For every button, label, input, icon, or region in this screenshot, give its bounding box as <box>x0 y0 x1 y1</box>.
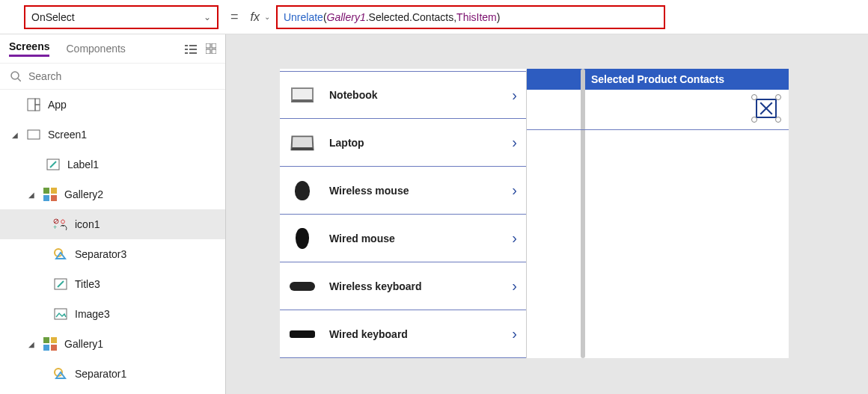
selection-handles[interactable] <box>751 94 781 123</box>
product-item[interactable]: Wired mouse › <box>280 215 526 262</box>
tree-title3[interactable]: Title3 <box>0 269 225 299</box>
grid-view-icon[interactable] <box>206 43 216 54</box>
svg-rect-18 <box>51 188 57 194</box>
gallery-icon <box>42 337 58 351</box>
svg-rect-9 <box>212 49 216 54</box>
tree-gallery1[interactable]: ◢ Gallery1 <box>0 329 225 359</box>
search-row <box>0 63 225 90</box>
chevron-down-icon: ⌄ <box>264 13 270 21</box>
tree-label: Separator3 <box>75 248 126 260</box>
collapse-icon[interactable]: ◢ <box>27 340 36 348</box>
product-thumb <box>289 228 316 249</box>
tree-separator3[interactable]: Separator3 <box>0 239 225 269</box>
svg-rect-6 <box>206 43 210 48</box>
svg-line-22 <box>55 220 58 223</box>
svg-rect-2 <box>185 49 188 50</box>
screen-icon <box>25 129 42 140</box>
product-thumb <box>289 324 316 345</box>
svg-rect-17 <box>43 188 49 194</box>
svg-rect-19 <box>43 195 49 201</box>
collapse-icon[interactable]: ◢ <box>27 191 36 199</box>
svg-rect-12 <box>28 99 35 111</box>
product-thumb <box>289 84 316 105</box>
product-item[interactable]: Wireless keyboard › <box>280 262 526 310</box>
tree-label: Image3 <box>75 308 110 320</box>
tree-label: Separator1 <box>75 368 126 380</box>
canvas[interactable]: Notebook › Laptop › Wireless mouse › <box>226 34 868 394</box>
tree-label: Screen1 <box>48 129 87 141</box>
chevron-right-icon[interactable]: › <box>512 277 517 295</box>
chevron-right-icon[interactable]: › <box>512 87 517 104</box>
svg-rect-1 <box>189 45 197 46</box>
tree-screen1[interactable]: ◢ Screen1 <box>0 120 225 150</box>
panel-tabs: Screens Components <box>0 34 225 63</box>
product-name: Wireless mouse <box>329 185 498 197</box>
svg-rect-4 <box>185 52 188 54</box>
svg-point-10 <box>11 72 19 79</box>
separator-icon <box>52 248 69 260</box>
svg-rect-3 <box>189 49 197 50</box>
product-name: Wired keyboard <box>329 328 498 340</box>
svg-rect-29 <box>43 345 49 351</box>
product-item[interactable]: Laptop › <box>280 119 526 167</box>
collapse-icon[interactable]: ◢ <box>10 131 19 139</box>
product-thumb <box>289 132 316 153</box>
svg-rect-5 <box>189 52 197 54</box>
contacts-header: Selected Product Contacts <box>527 69 789 90</box>
tree-label: Gallery1 <box>64 338 103 350</box>
product-name: Laptop <box>329 137 498 149</box>
tree-app[interactable]: App <box>0 90 225 120</box>
product-thumb <box>289 276 316 297</box>
contacts-pane: Selected Product Contacts <box>527 69 789 358</box>
tab-screens[interactable]: Screens <box>9 40 49 57</box>
product-name: Wired mouse <box>329 233 498 244</box>
svg-rect-8 <box>206 49 210 54</box>
tree-image3[interactable]: Image3 <box>0 299 225 329</box>
svg-rect-0 <box>185 45 188 46</box>
tree-view-icon[interactable] <box>185 43 197 54</box>
svg-rect-27 <box>43 337 49 343</box>
label-icon <box>45 158 61 170</box>
formula-input[interactable]: Unrelate ( Gallery1 .Selected.Contacts, … <box>276 5 665 29</box>
formula-bar: OnSelect ⌄ = fx ⌄ Unrelate ( Gallery1 .S… <box>0 0 868 34</box>
product-gallery[interactable]: Notebook › Laptop › Wireless mouse › <box>280 69 527 358</box>
fx-toggle[interactable]: fx ⌄ <box>251 10 270 24</box>
contact-item[interactable] <box>527 90 789 130</box>
tab-components[interactable]: Components <box>66 43 125 55</box>
equals-label: = <box>230 9 239 25</box>
tree-label: Gallery2 <box>64 188 103 200</box>
tree-label1[interactable]: Label1 <box>0 150 225 179</box>
gallery-icon <box>42 188 58 201</box>
product-item[interactable]: Wireless mouse › <box>280 167 526 215</box>
property-selector[interactable]: OnSelect ⌄ <box>24 5 218 29</box>
svg-text:+: + <box>53 224 57 230</box>
fx-icon: fx <box>251 10 260 24</box>
search-input[interactable] <box>28 70 215 82</box>
separator-icon <box>52 368 69 380</box>
chevron-right-icon[interactable]: › <box>512 325 517 342</box>
tree-separator1[interactable]: Separator1 <box>0 359 225 389</box>
svg-rect-15 <box>28 130 40 139</box>
svg-line-11 <box>18 79 21 81</box>
image-icon <box>52 308 69 320</box>
product-name: Notebook <box>329 89 498 101</box>
search-icon <box>10 71 21 81</box>
svg-rect-30 <box>51 345 57 351</box>
chevron-right-icon[interactable]: › <box>512 230 517 247</box>
chevron-right-icon[interactable]: › <box>512 182 517 199</box>
product-name: Wireless keyboard <box>329 280 498 292</box>
product-item[interactable]: Notebook › <box>280 71 526 119</box>
svg-rect-14 <box>35 105 40 111</box>
svg-rect-28 <box>51 337 57 343</box>
tree-gallery2[interactable]: ◢ Gallery2 <box>0 179 225 209</box>
close-icon[interactable] <box>757 100 775 117</box>
property-name: OnSelect <box>31 11 204 23</box>
product-item[interactable]: Wired keyboard › <box>280 310 526 358</box>
tree: App ◢ Screen1 Label1 ◢ Gallery2 <box>0 90 225 394</box>
product-thumb <box>289 180 316 201</box>
chevron-right-icon[interactable]: › <box>512 134 517 151</box>
tree-panel: Screens Components <box>0 34 226 394</box>
icon-control-icon: + <box>52 218 69 230</box>
tree-icon1[interactable]: + icon1 <box>0 209 225 239</box>
tree-label: icon1 <box>75 218 100 230</box>
